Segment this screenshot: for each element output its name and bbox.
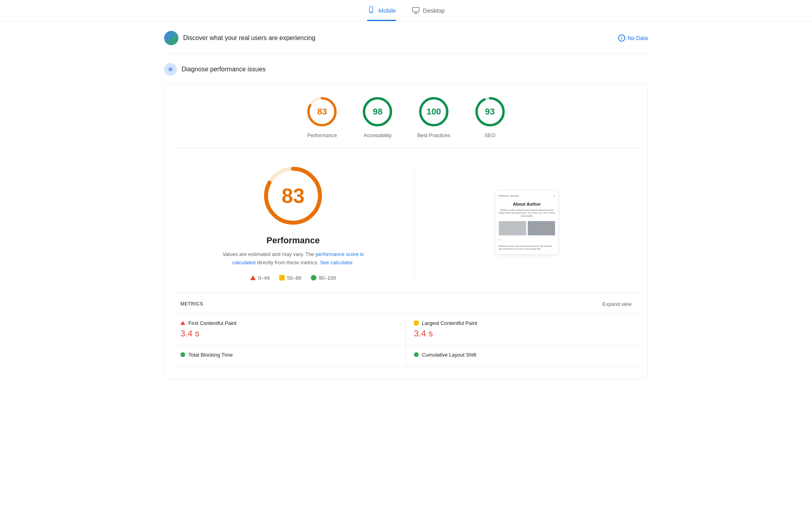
no-data-label: No Data <box>628 35 648 41</box>
scores-row: 83 Performance 98 Accessibility <box>172 96 640 148</box>
metric-tbt-name: Total Blocking Time <box>188 352 233 358</box>
detail-left: 83 Performance Values are estimated and … <box>172 156 414 289</box>
score-item-performance[interactable]: 83 Performance <box>306 96 338 138</box>
metric-item-cls: Cumulative Layout Shift <box>406 346 640 367</box>
metric-lcp-value: 3.4 s <box>414 328 433 338</box>
score-circle-seo: 93 <box>474 96 506 128</box>
legend-fail: 0–49 <box>250 275 270 281</box>
tab-desktop-label: Desktop <box>423 7 445 14</box>
metric-fcp-value: 3.4 s <box>180 328 199 338</box>
no-data-button[interactable]: i No Data <box>618 34 648 42</box>
score-label-seo: SEO <box>485 132 495 138</box>
score-item-accessibility[interactable]: 98 Accessibility <box>362 96 393 138</box>
tab-mobile[interactable]: Mobile <box>367 6 396 21</box>
metric-item-fcp: First Contentful Paint 3.4 s <box>172 314 406 346</box>
info-icon: i <box>618 34 625 42</box>
description-prefix: Values are estimated and may vary. The <box>222 251 314 257</box>
metrics-label: METRICS <box>180 301 203 307</box>
score-number-best-practices: 100 <box>427 107 441 117</box>
legend-average-range: 50–89 <box>287 275 301 281</box>
score-label-accessibility: Accessibility <box>364 132 392 138</box>
detail-right: Mudassar Jehangir ≡ About Author Porttit… <box>414 156 640 289</box>
metric-lcp-name-row: Largest Contentful Paint <box>414 320 632 326</box>
fail-icon <box>250 275 256 280</box>
tab-mobile-label: Mobile <box>378 7 396 14</box>
metric-lcp-name: Largest Contentful Paint <box>422 320 477 326</box>
expand-view-button[interactable]: Expand view <box>602 301 632 307</box>
discover-left: Discover what your real users are experi… <box>164 31 315 45</box>
metrics-header: METRICS Expand view <box>172 301 640 313</box>
metrics-section: METRICS Expand view First Contentful Pai… <box>172 293 640 367</box>
big-score-title: Performance <box>266 235 320 246</box>
metric-item-tbt: Total Blocking Time <box>172 346 406 367</box>
score-number-performance: 83 <box>317 107 327 117</box>
big-score-number: 83 <box>282 184 304 208</box>
metric-fcp-indicator <box>180 321 185 325</box>
mockup-image-2 <box>528 221 555 235</box>
detail-section: 83 Performance Values are estimated and … <box>172 148 640 289</box>
svg-point-6 <box>170 37 174 41</box>
legend-pass-range: 90–100 <box>319 275 336 281</box>
mobile-icon <box>367 6 375 14</box>
legend-fail-range: 0–49 <box>258 275 270 281</box>
score-label-performance: Performance <box>307 132 337 138</box>
mockup-author-name: Mudassar Jehangir <box>499 195 519 197</box>
diagnose-icon <box>164 63 177 76</box>
metric-lcp-indicator <box>414 321 419 325</box>
metrics-grid: First Contentful Paint 3.4 s Largest Con… <box>172 313 640 367</box>
legend-pass: 90–100 <box>311 275 336 281</box>
description-mid: directly from these metrics. <box>257 260 318 265</box>
big-score-circle: 83 <box>261 164 325 227</box>
diagnose-section: Diagnose performance issues 83 Performan… <box>164 53 648 386</box>
mockup-footer-text: Elementum neque nulla mauris faucibus lo… <box>499 245 555 250</box>
score-item-seo[interactable]: 93 SEO <box>474 96 506 138</box>
legend-average: 50–89 <box>279 275 301 281</box>
average-icon <box>279 275 285 281</box>
scores-card: 83 Performance 98 Accessibility <box>164 84 648 379</box>
score-circle-performance: 83 <box>306 96 338 128</box>
pass-icon <box>311 275 316 281</box>
score-description: Values are estimated and may vary. The p… <box>218 250 368 267</box>
metric-tbt-name-row: Total Blocking Time <box>180 352 398 358</box>
mockup-body-text: Porttitor in nibh id aliquet quam aliqua… <box>499 209 555 218</box>
mockup-header: Mudassar Jehangir ≡ <box>499 195 555 197</box>
mockup-images <box>499 221 555 235</box>
metric-cls-name-row: Cumulative Layout Shift <box>414 352 632 358</box>
metric-fcp-name-row: First Contentful Paint <box>180 320 398 326</box>
score-number-seo: 93 <box>485 107 494 117</box>
metric-cls-name: Cumulative Layout Shift <box>422 352 476 358</box>
mockup-quote-char: “ <box>499 239 555 245</box>
mockup-section-title: About Author <box>499 202 555 206</box>
score-number-accessibility: 98 <box>373 107 382 117</box>
score-item-best-practices[interactable]: 100 Best Practices <box>417 96 450 138</box>
score-circle-best-practices: 100 <box>418 96 450 128</box>
tab-desktop[interactable]: Desktop <box>412 6 445 21</box>
diagnose-header: Diagnose performance issues <box>164 63 648 76</box>
discover-icon <box>164 31 178 45</box>
metric-fcp-name: First Contentful Paint <box>188 320 236 326</box>
score-circle-accessibility: 98 <box>362 96 393 128</box>
score-label-best-practices: Best Practices <box>417 132 450 138</box>
tab-bar: Mobile Desktop <box>0 0 812 21</box>
main-content: Discover what your real users are experi… <box>148 21 664 386</box>
metric-tbt-indicator <box>180 352 185 357</box>
svg-rect-2 <box>412 8 419 12</box>
legend: 0–49 50–89 90–100 <box>250 275 336 281</box>
discover-title: Discover what your real users are experi… <box>183 34 315 42</box>
mockup-menu-icon: ≡ <box>553 195 555 197</box>
diagnose-title: Diagnose performance issues <box>182 66 266 73</box>
discover-section: Discover what your real users are experi… <box>164 21 648 53</box>
svg-point-8 <box>169 68 172 71</box>
metric-cls-indicator <box>414 352 419 357</box>
mockup-image-1 <box>499 221 526 235</box>
desktop-icon <box>412 6 420 14</box>
preview-mockup: Mudassar Jehangir ≡ About Author Porttit… <box>495 190 559 255</box>
metric-item-lcp: Largest Contentful Paint 3.4 s <box>406 314 640 346</box>
calculator-link[interactable]: See calculator. <box>320 260 354 265</box>
